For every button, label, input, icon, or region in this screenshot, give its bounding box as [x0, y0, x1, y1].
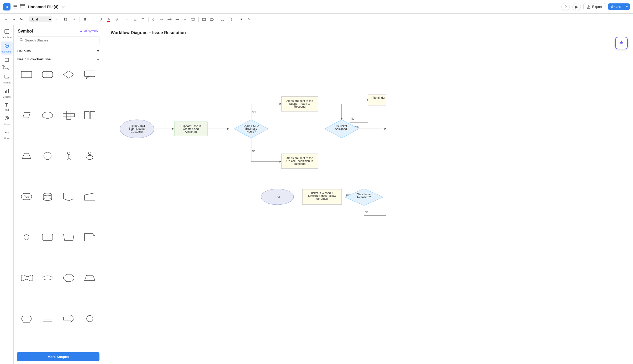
align-button[interactable]: ≡: [124, 16, 131, 23]
underline-button[interactable]: U: [97, 16, 104, 23]
ai-symbol-button[interactable]: AI Symbol: [79, 29, 98, 33]
canvas-area[interactable]: Workflow Diagram – Issue Resolution Yes: [103, 25, 633, 364]
nav-templates[interactable]: Templates: [1, 27, 13, 40]
font-color-button[interactable]: A: [105, 16, 112, 23]
search-input[interactable]: [25, 38, 97, 42]
svg-line-28: [22, 40, 23, 42]
nav-more[interactable]: More: [1, 128, 13, 141]
undo-button[interactable]: ↩: [2, 16, 9, 23]
shape-circle-sm[interactable]: [17, 228, 36, 247]
topbar: B ☰ Unnamed File(4) ☆ ? ▶ Export Share ▾: [0, 0, 633, 14]
align-v-button[interactable]: [227, 16, 234, 23]
border-style-button[interactable]: [189, 16, 197, 23]
shape-yes-btn[interactable]: Yes: [17, 187, 36, 206]
cursor-button[interactable]: [18, 16, 25, 23]
rect2-shape-button[interactable]: [208, 16, 215, 23]
shape-off-page[interactable]: [59, 187, 78, 206]
main-area: Templates Symbols My Library Pictures Gr…: [0, 25, 633, 364]
shape-trapezoid2[interactable]: [80, 268, 99, 288]
svg-rect-15: [5, 58, 9, 61]
shape-pentagon[interactable]: [59, 228, 78, 247]
shape-callout[interactable]: [80, 65, 99, 84]
star-menu-button[interactable]: ✦: [238, 16, 245, 23]
font-selector[interactable]: ArialTimes New RomanHelvetica: [29, 17, 52, 22]
more-shapes-button[interactable]: More Shapes: [17, 352, 99, 361]
italic-button[interactable]: I: [89, 16, 97, 23]
menu-icon[interactable]: ☰: [13, 4, 17, 10]
tab-icon: [20, 4, 25, 9]
help-button[interactable]: ?: [561, 3, 570, 11]
svg-marker-59: [64, 234, 74, 240]
more-button[interactable]: ···: [253, 16, 261, 23]
play-button[interactable]: ▶: [572, 3, 581, 11]
shape-hexagon[interactable]: [17, 309, 36, 328]
rect-shape-button[interactable]: [200, 16, 208, 23]
line-style-button[interactable]: —: [174, 16, 181, 23]
strikethrough-button[interactable]: S: [113, 16, 120, 23]
nav-my-library[interactable]: My Library: [1, 56, 13, 71]
align2-button[interactable]: ≣: [131, 16, 139, 23]
svg-text:Yes: Yes: [24, 195, 29, 198]
shape-note[interactable]: [80, 228, 99, 247]
svg-rect-37: [63, 114, 75, 117]
shape-diamond[interactable]: [59, 65, 78, 84]
shape-person[interactable]: [59, 146, 78, 166]
shape-rounded-rect[interactable]: [38, 65, 57, 84]
share-button[interactable]: Share ▾: [608, 3, 630, 10]
shape-circle[interactable]: [38, 146, 57, 166]
shape-stepped[interactable]: [80, 105, 99, 125]
svg-text:Assigned?: Assigned?: [335, 127, 348, 130]
arrow-style-button[interactable]: →: [182, 16, 189, 23]
ai-overlay-button[interactable]: [615, 37, 628, 49]
shape-stadium[interactable]: [80, 309, 99, 328]
svg-text:B: B: [6, 5, 8, 8]
shape-oval[interactable]: [38, 105, 57, 125]
bold-button[interactable]: B: [81, 16, 89, 23]
nav-pictures[interactable]: Pictures: [1, 72, 13, 86]
shape-octagon[interactable]: [59, 268, 78, 288]
svg-rect-69: [87, 315, 93, 322]
shape-parallelogram[interactable]: [17, 105, 36, 125]
basic-flowchart-section-header[interactable]: Basic Flowchart Sha... ▴: [14, 55, 103, 63]
svg-point-24: [5, 132, 6, 133]
svg-rect-20: [6, 90, 7, 93]
font-size-input[interactable]: [61, 17, 70, 22]
svg-text:End: End: [275, 196, 280, 199]
shape-wave[interactable]: [17, 268, 36, 288]
font-decrease-button[interactable]: −: [53, 16, 60, 23]
svg-text:up Email: up Email: [316, 197, 328, 200]
nav-my-library-label: My Library: [2, 65, 12, 70]
svg-point-48: [87, 155, 93, 160]
edit-icon-button[interactable]: ✎: [245, 16, 253, 23]
share-arrow[interactable]: ▾: [624, 5, 630, 8]
font-increase-button[interactable]: +: [71, 16, 78, 23]
svg-point-47: [88, 152, 91, 155]
svg-marker-33: [86, 77, 89, 79]
nav-icons[interactable]: Icons: [1, 114, 13, 127]
svg-point-41: [44, 152, 51, 160]
shape-rectangle[interactable]: [17, 65, 36, 84]
svg-marker-40: [22, 153, 31, 159]
nav-text[interactable]: T Text: [1, 101, 13, 113]
shape-arrow-right[interactable]: [59, 309, 78, 328]
shape-cylinder[interactable]: [38, 187, 57, 206]
shape-actor[interactable]: [80, 146, 99, 166]
callouts-section-header[interactable]: Callouts ▾: [14, 47, 103, 55]
shape-cross[interactable]: [59, 105, 78, 125]
pen-button[interactable]: ✏: [158, 16, 165, 23]
shape-rect-rounded-sm[interactable]: [38, 228, 57, 247]
text-button[interactable]: T: [139, 16, 147, 23]
redo-button[interactable]: ↪: [10, 16, 17, 23]
shape-rounded-oval[interactable]: [38, 268, 57, 288]
shape-trapezoid[interactable]: [17, 146, 36, 166]
connector-button[interactable]: [166, 16, 173, 23]
star-icon[interactable]: ☆: [61, 4, 65, 9]
shape-lines[interactable]: [38, 309, 57, 328]
nav-graphs[interactable]: Graphs: [1, 87, 13, 100]
nav-symbols[interactable]: Symbols: [1, 41, 13, 55]
shape-button[interactable]: ◇: [150, 16, 157, 23]
shape-manual-input[interactable]: [80, 187, 99, 206]
svg-marker-56: [85, 193, 95, 200]
export-button[interactable]: Export: [583, 3, 605, 10]
align-h-button[interactable]: [219, 16, 226, 23]
